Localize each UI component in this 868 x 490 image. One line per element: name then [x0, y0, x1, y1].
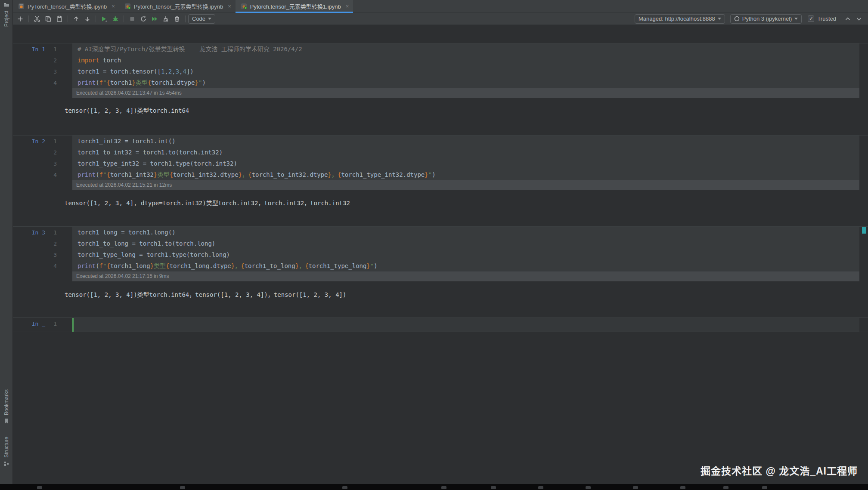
tab-notebook-3-active[interactable]: Pytorch.tensor_元素类型转换1.ipynb ×	[236, 0, 353, 12]
checkbox-checked-icon[interactable]: ✓	[808, 15, 814, 22]
code-line[interactable]: torch1_to_long = torch1.to(torch.long)	[72, 238, 859, 249]
notebook-cell-3: In 3 1 2 3 4 torch1_long = torch1.long()…	[13, 226, 868, 281]
structure-icon	[3, 461, 9, 467]
trusted-label: Trusted	[817, 15, 836, 22]
notebook-toolbar: Code Managed: http://localhost:8888 Pyth…	[13, 13, 868, 25]
code-line[interactable]: torch1_long = torch1.long()	[72, 227, 859, 238]
taskbar	[0, 484, 868, 490]
cell-execution-label: In _	[32, 318, 45, 330]
line-number[interactable]: 3	[53, 250, 57, 261]
kernel-value: Python 3 (ipykernel)	[742, 15, 792, 22]
scrollbar-cell-marker[interactable]	[862, 227, 866, 234]
toolbar-separator	[124, 15, 124, 22]
jupyter-notebook-icon	[241, 3, 247, 9]
close-icon[interactable]: ×	[112, 3, 115, 9]
code-line[interactable]: torch1 = torch.tensor([1,2,3,4])	[72, 66, 859, 77]
toolbar-separator	[68, 15, 68, 22]
line-number[interactable]: 1	[53, 136, 57, 147]
line-number[interactable]: 2	[53, 147, 57, 158]
tab-notebook-2[interactable]: Pytorch_tensor_元素类型转换.ipynb ×	[119, 0, 236, 12]
cell-execution-label: In 3	[32, 227, 45, 238]
code-panel-empty[interactable]	[72, 318, 859, 332]
kernel-dropdown[interactable]: Python 3 (ipykernel)	[730, 14, 802, 24]
trusted-checkbox-row[interactable]: ✓ Trusted	[808, 15, 836, 22]
move-cell-down-icon[interactable]	[82, 14, 93, 24]
line-number[interactable]: 1	[53, 318, 57, 330]
tab-title: Pytorch.tensor_元素类型转换1.ipynb	[250, 2, 341, 10]
scroll-up-icon[interactable]	[842, 14, 853, 24]
project-folder-icon	[3, 2, 9, 8]
notebook-editor: In 1 1 2 3 4 # AI深度学习/PyTorch/张量类型转换 龙文浩…	[13, 25, 868, 484]
ide-window: Project Bookmarks Structure PyTorch_tens…	[0, 0, 868, 490]
line-number[interactable]: 2	[53, 55, 57, 66]
line-number[interactable]: 4	[53, 77, 57, 89]
taskbar-icon[interactable]	[633, 486, 638, 489]
jupyter-notebook-icon	[124, 3, 131, 9]
execution-status: Executed at 2026.04.02 21:13:47 in 1s 45…	[72, 88, 859, 98]
interrupt-kernel-icon[interactable]	[127, 14, 138, 24]
code-line[interactable]: print(f"{torch1_long}类型{torch1_long.dtyp…	[72, 260, 859, 271]
code-line[interactable]: torch1_to_int32 = torch1.to(torch.int32)	[72, 147, 859, 158]
copy-cell-icon[interactable]	[43, 14, 54, 24]
kernel-status-icon	[734, 16, 740, 22]
cell-gutter: In _ 1	[13, 318, 72, 332]
tab-title: Pytorch_tensor_元素类型转换.ipynb	[134, 2, 223, 10]
line-number[interactable]: 2	[53, 238, 57, 250]
taskbar-icon[interactable]	[723, 486, 728, 489]
line-number[interactable]: 4	[53, 261, 57, 272]
close-icon[interactable]: ×	[346, 3, 349, 9]
sidebar-item-structure[interactable]: Structure	[0, 437, 13, 467]
notebook-cell-empty: In _ 1	[13, 317, 868, 332]
add-cell-icon[interactable]	[15, 14, 26, 24]
run-all-cells-icon[interactable]	[149, 14, 160, 24]
line-number[interactable]: 4	[53, 169, 57, 181]
code-panel[interactable]: torch1_int32 = torch1.int() torch1_to_in…	[72, 136, 859, 190]
cut-cell-icon[interactable]	[31, 14, 43, 24]
code-line[interactable]: print(f"{torch1}类型{torch1.dtype}")	[72, 77, 859, 88]
move-cell-up-icon[interactable]	[71, 14, 82, 24]
sidebar-item-bookmarks[interactable]: Bookmarks	[0, 389, 13, 424]
line-number[interactable]: 3	[53, 66, 57, 77]
run-cell-icon[interactable]	[99, 14, 110, 24]
execution-status: Executed at 2026.04.02 21:15:21 in 12ms	[72, 180, 859, 190]
paste-cell-icon[interactable]	[54, 14, 65, 24]
code-line[interactable]: import torch	[72, 55, 859, 66]
cell-type-dropdown[interactable]: Code	[188, 14, 215, 24]
taskbar-icon[interactable]	[37, 486, 42, 489]
sidebar-item-project[interactable]: Project	[0, 2, 13, 27]
cell-type-value: Code	[192, 15, 205, 22]
taskbar-icon[interactable]	[491, 486, 496, 489]
line-number[interactable]: 1	[53, 227, 57, 238]
delete-cell-icon[interactable]	[171, 14, 183, 24]
taskbar-icon[interactable]	[342, 486, 347, 489]
code-line[interactable]: # AI深度学习/PyTorch/张量类型转换 龙文浩 工程师的学术研究 202…	[72, 43, 859, 55]
scroll-down-icon[interactable]	[853, 14, 865, 24]
chevron-down-icon	[208, 18, 211, 20]
taskbar-icon[interactable]	[538, 486, 543, 489]
jupyter-server-dropdown[interactable]: Managed: http://localhost:8888	[635, 14, 725, 24]
tab-notebook-1[interactable]: PyTorch_tensor_类型转换.ipynb ×	[13, 0, 119, 12]
cell-execution-label: In 1	[32, 44, 45, 55]
code-panel[interactable]: torch1_long = torch1.long() torch1_to_lo…	[72, 227, 859, 281]
sidebar-item-label: Structure	[3, 437, 9, 458]
toolbar-separator	[185, 15, 186, 22]
code-line[interactable]: torch1_type_long = torch1.type(torch.lon…	[72, 249, 859, 260]
taskbar-icon[interactable]	[586, 486, 591, 489]
restart-kernel-icon[interactable]	[138, 14, 149, 24]
taskbar-icon[interactable]	[680, 486, 685, 489]
code-line[interactable]: print(f"{torch1_int32}类型{torch1_int32.dt…	[72, 169, 859, 180]
code-line[interactable]: torch1_int32 = torch1.int()	[72, 136, 859, 147]
debug-cell-icon[interactable]	[110, 14, 121, 24]
close-icon[interactable]: ×	[228, 3, 231, 9]
code-panel[interactable]: # AI深度学习/PyTorch/张量类型转换 龙文浩 工程师的学术研究 202…	[72, 43, 859, 98]
line-number[interactable]: 3	[53, 158, 57, 169]
code-line[interactable]: torch1_type_int32 = torch1.type(torch.in…	[72, 158, 859, 169]
taskbar-icon[interactable]	[180, 486, 185, 489]
clear-outputs-icon[interactable]	[160, 14, 171, 24]
toolbar-separator	[28, 15, 29, 22]
taskbar-icon[interactable]	[762, 486, 767, 489]
taskbar-icon[interactable]	[441, 486, 446, 489]
sidebar-item-label: Project	[3, 11, 9, 27]
watermark-text: 掘金技术社区 @ 龙文浩_AI工程师	[701, 463, 858, 478]
line-number[interactable]: 1	[53, 44, 57, 55]
